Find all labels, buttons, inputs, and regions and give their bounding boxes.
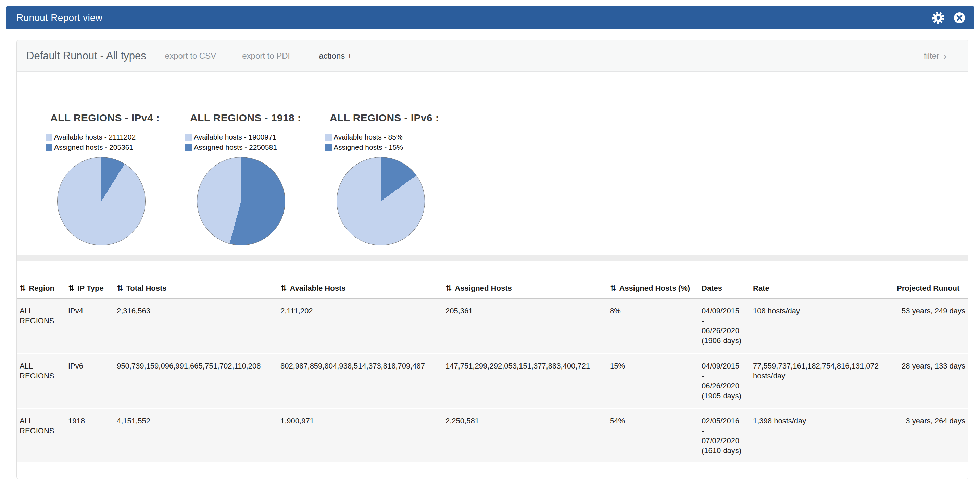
- sort-icon[interactable]: ⇅: [610, 284, 616, 292]
- column-label: Available Hosts: [290, 284, 345, 292]
- column-header-region[interactable]: ⇅Region: [17, 280, 65, 299]
- cell-ip-type: 1918: [65, 408, 114, 463]
- cell-available-hosts: 802,987,859,804,938,514,373,818,709,487: [278, 353, 443, 408]
- column-header-rate: Rate: [750, 280, 894, 299]
- cell-dates: 04/09/2015 - 06/26/2020 (1906 days): [699, 299, 750, 353]
- legend-item: Assigned hosts - 15%: [325, 143, 463, 152]
- sort-icon[interactable]: ⇅: [117, 284, 123, 292]
- chart-title: ALL REGIONS - 1918 :: [183, 112, 323, 124]
- cell-assigned-pct: 54%: [607, 408, 699, 463]
- export-pdf-button[interactable]: export to PDF: [242, 51, 293, 61]
- filter-label: filter: [924, 51, 939, 61]
- cell-dates: 02/05/2016 - 07/02/2020 (1610 days): [699, 408, 750, 463]
- chart-group-ipv4: ALL REGIONS - IPv4 : Available hosts - 2…: [43, 112, 183, 246]
- cell-assigned-hosts: 205,361: [443, 299, 607, 353]
- cell-region: ALL REGIONS: [17, 299, 65, 353]
- legend-swatch-available-icon: [46, 134, 52, 141]
- column-label: Rate: [753, 284, 769, 292]
- chevron-right-icon: ›: [943, 51, 947, 61]
- close-icon[interactable]: [952, 11, 967, 25]
- cell-assigned-hosts: 147,751,299,292,053,151,377,883,400,721: [443, 353, 607, 408]
- legend-label: Available hosts - 1900971: [194, 133, 276, 141]
- cell-rate: 108 hosts/day: [750, 299, 894, 353]
- chart-legend: Available hosts - 85% Assigned hosts - 1…: [325, 133, 463, 152]
- legend-swatch-available-icon: [325, 134, 332, 141]
- window-titlebar: Runout Report view: [6, 6, 974, 29]
- cell-ip-type: IPv6: [65, 353, 114, 408]
- cell-rate: 77,559,737,161,182,754,816,131,072 hosts…: [750, 353, 894, 408]
- charts-section: ALL REGIONS - IPv4 : Available hosts - 2…: [17, 72, 968, 246]
- legend-item: Assigned hosts - 205361: [46, 143, 183, 152]
- table-row: ALL REGIONS IPv6 950,739,159,096,991,665…: [17, 353, 968, 408]
- legend-label: Assigned hosts - 15%: [334, 143, 403, 152]
- column-header-total-hosts[interactable]: ⇅Total Hosts: [114, 280, 278, 299]
- export-csv-button[interactable]: export to CSV: [165, 51, 216, 61]
- actions-button[interactable]: actions +: [319, 51, 352, 61]
- legend-label: Assigned hosts - 205361: [54, 143, 133, 152]
- table-header-row: ⇅Region ⇅IP Type ⇅Total Hosts ⇅Available…: [17, 280, 968, 299]
- column-header-dates: Dates: [699, 280, 750, 299]
- gear-icon[interactable]: [931, 11, 945, 25]
- column-header-projected-runout: Projected Runout: [894, 280, 968, 299]
- chart-title: ALL REGIONS - IPv6 :: [323, 112, 463, 124]
- legend-swatch-assigned-icon: [185, 144, 192, 151]
- cell-projected-runout: 3 years, 264 days: [894, 408, 968, 463]
- chart-title: ALL REGIONS - IPv4 :: [43, 112, 183, 124]
- column-header-ip-type[interactable]: ⇅IP Type: [65, 280, 114, 299]
- legend-label: Available hosts - 85%: [334, 133, 402, 141]
- window-title: Runout Report view: [16, 12, 102, 23]
- cell-assigned-pct: 15%: [607, 353, 699, 408]
- legend-item: Available hosts - 1900971: [185, 133, 323, 141]
- legend-swatch-available-icon: [185, 134, 192, 141]
- column-label: Assigned Hosts (%): [619, 284, 690, 292]
- column-header-assigned-hosts-pct[interactable]: ⇅Assigned Hosts (%): [607, 280, 699, 299]
- cell-available-hosts: 2,111,202: [278, 299, 443, 353]
- column-label: Assigned Hosts: [455, 284, 512, 292]
- table-row: ALL REGIONS IPv4 2,316,563 2,111,202 205…: [17, 299, 968, 353]
- cell-projected-runout: 53 years, 249 days: [894, 299, 968, 353]
- legend-label: Available hosts - 2111202: [54, 133, 135, 141]
- report-panel: Default Runout - All types export to CSV…: [16, 40, 968, 479]
- column-label: IP Type: [77, 284, 103, 292]
- charts-table-divider: [17, 255, 968, 261]
- legend-item: Available hosts - 2111202: [46, 133, 183, 141]
- sort-icon[interactable]: ⇅: [445, 284, 452, 292]
- pie-chart-1918: [197, 157, 285, 246]
- cell-region: ALL REGIONS: [17, 408, 65, 463]
- panel-bottom-spacer: [17, 464, 968, 479]
- sort-icon[interactable]: ⇅: [68, 284, 74, 292]
- cell-assigned-pct: 8%: [607, 299, 699, 353]
- cell-assigned-hosts: 2,250,581: [443, 408, 607, 463]
- cell-dates: 04/09/2015 - 06/26/2020 (1905 days): [699, 353, 750, 408]
- filter-button[interactable]: filter ›: [924, 51, 947, 61]
- cell-projected-runout: 28 years, 133 days: [894, 353, 968, 408]
- legend-label: Assigned hosts - 2250581: [194, 143, 277, 152]
- legend-item: Assigned hosts - 2250581: [185, 143, 323, 152]
- legend-item: Available hosts - 85%: [325, 133, 463, 141]
- column-label: Projected Runout: [897, 284, 959, 292]
- legend-swatch-assigned-icon: [325, 144, 332, 151]
- cell-total-hosts: 4,151,552: [114, 408, 278, 463]
- column-label: Total Hosts: [126, 284, 166, 292]
- chart-group-ipv6: ALL REGIONS - IPv6 : Available hosts - 8…: [323, 112, 463, 246]
- pie-chart-ipv4: [57, 157, 146, 246]
- cell-region: ALL REGIONS: [17, 353, 65, 408]
- cell-total-hosts: 950,739,159,096,991,665,751,702,110,208: [114, 353, 278, 408]
- report-title: Default Runout - All types: [26, 50, 146, 62]
- column-header-assigned-hosts[interactable]: ⇅Assigned Hosts: [443, 280, 607, 299]
- table-row: ALL REGIONS 1918 4,151,552 1,900,971 2,2…: [17, 408, 968, 463]
- toolbar: Default Runout - All types export to CSV…: [17, 40, 968, 72]
- column-label: Region: [29, 284, 54, 292]
- titlebar-icons: [931, 11, 967, 25]
- chart-legend: Available hosts - 1900971 Assigned hosts…: [185, 133, 323, 152]
- column-header-available-hosts[interactable]: ⇅Available Hosts: [278, 280, 443, 299]
- sort-icon[interactable]: ⇅: [280, 284, 286, 292]
- pie-chart-ipv6: [337, 157, 425, 246]
- column-label: Dates: [702, 284, 722, 292]
- sort-icon[interactable]: ⇅: [19, 284, 26, 292]
- cell-rate: 1,398 hosts/day: [750, 408, 894, 463]
- runout-table: ⇅Region ⇅IP Type ⇅Total Hosts ⇅Available…: [17, 280, 968, 463]
- chart-group-1918: ALL REGIONS - 1918 : Available hosts - 1…: [183, 112, 323, 246]
- cell-total-hosts: 2,316,563: [114, 299, 278, 353]
- cell-available-hosts: 1,900,971: [278, 408, 443, 463]
